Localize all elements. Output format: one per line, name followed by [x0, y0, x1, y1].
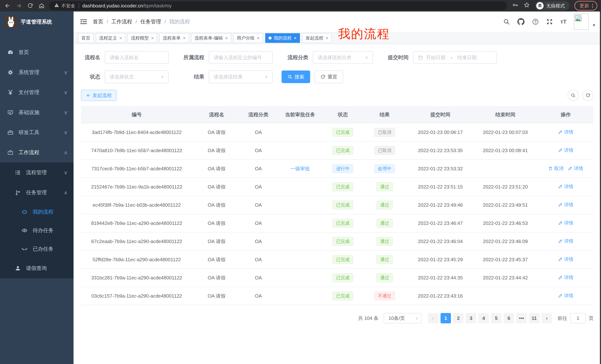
close-icon[interactable]: × [119, 36, 122, 40]
page-button-4[interactable]: 4 [478, 313, 489, 323]
sidebar-item-系统管理[interactable]: 系统管理∨ [0, 62, 74, 82]
app-logo-avatar [5, 16, 17, 28]
font-size-icon[interactable]: ᴛT [560, 19, 566, 25]
refresh-button[interactable] [582, 90, 594, 101]
cancel-link[interactable]: 取消 [548, 165, 563, 172]
bookmark-star-icon[interactable] [523, 2, 530, 10]
cell-end-time [473, 287, 538, 305]
cell-current-task [276, 232, 324, 250]
tab-发起流程[interactable]: 发起流程× [302, 33, 332, 43]
sidebar-item-任务管理[interactable]: 任务管理∧ [0, 182, 74, 203]
forward-icon[interactable] [16, 3, 22, 9]
result-badge: 通过 [376, 255, 393, 264]
sidebar-item-请假查询[interactable]: 请假查询 [0, 258, 74, 278]
result-select[interactable]: 请选择流结果∨ [209, 70, 273, 83]
sidebar-item-支付管理[interactable]: 支付管理∨ [0, 82, 74, 102]
tab-流程表单[interactable]: 流程表单× [159, 33, 189, 43]
pencil-icon [558, 275, 562, 280]
detail-link[interactable]: 详情 [558, 147, 573, 153]
process-definition-input[interactable]: 请输入流程定义的编号 [209, 51, 273, 64]
tab-用户分组[interactable]: 用户分组× [233, 33, 263, 43]
sidebar-item-研发工具[interactable]: 研发工具∨ [0, 123, 74, 143]
reload-icon[interactable] [28, 3, 33, 9]
page-button-1[interactable]: 1 [441, 313, 451, 323]
github-icon[interactable] [517, 18, 525, 25]
close-icon[interactable]: × [151, 36, 154, 40]
close-icon[interactable]: × [326, 36, 328, 40]
detail-link[interactable]: 详情 [568, 165, 583, 172]
breadcrumb-current: 我的流程 [169, 18, 190, 25]
close-icon[interactable]: × [294, 36, 297, 40]
search-icon[interactable] [503, 18, 510, 25]
cell-result: 通过 [361, 269, 408, 287]
update-button[interactable]: 更新 [574, 1, 597, 10]
collapse-menu-icon[interactable] [80, 19, 87, 25]
detail-link[interactable]: 详情 [558, 129, 573, 135]
tab-首页[interactable]: 首页 [78, 33, 94, 43]
tab-流程定义[interactable]: 流程定义× [96, 33, 125, 43]
page-button-6[interactable]: 6 [504, 313, 514, 323]
page-button-5[interactable]: 5 [491, 313, 501, 323]
status-select[interactable]: 请选择状态∨ [105, 70, 169, 83]
search-button[interactable]: 搜索 [281, 70, 310, 83]
home-icon[interactable] [39, 3, 45, 9]
cell-category: OA [241, 269, 276, 287]
tab-流程模型[interactable]: 流程模型× [128, 33, 157, 43]
show-search-button[interactable] [568, 90, 579, 101]
detail-link[interactable]: 详情 [558, 183, 573, 190]
detail-link[interactable]: 详情 [558, 256, 573, 262]
sidebar-item-基础设施[interactable]: 基础设施∨ [0, 102, 74, 123]
tab-我的流程[interactable]: 我的流程× [265, 33, 300, 43]
category-select[interactable]: 请选择流程分类∨ [313, 51, 373, 64]
page-button-3[interactable]: 3 [466, 313, 476, 323]
key-icon[interactable] [512, 2, 518, 10]
page-button-2[interactable]: 2 [453, 313, 464, 323]
sidebar-item-流程管理[interactable]: 流程管理∨ [0, 163, 74, 182]
breadcrumb-task[interactable]: 任务管理 [140, 18, 161, 25]
detail-link[interactable]: 详情 [558, 220, 573, 226]
sidebar-item-工作流程[interactable]: 工作流程∧ [0, 143, 74, 163]
next-page-button[interactable]: › [541, 313, 552, 323]
reset-button[interactable]: 重置 [315, 70, 343, 83]
security-label[interactable]: 不安全 [61, 3, 75, 9]
detail-link[interactable]: 详情 [558, 238, 573, 244]
pencil-icon [558, 148, 562, 153]
close-icon[interactable]: × [225, 36, 228, 40]
chevron-down-icon[interactable]: ▼ [592, 23, 596, 28]
detail-link[interactable]: 详情 [558, 293, 573, 299]
breadcrumb-workflow[interactable]: 工作流程 [111, 18, 132, 25]
trash-icon [548, 166, 553, 171]
cell-submit-time: 2022-01-22 23:43:16 [408, 287, 473, 305]
close-icon[interactable]: × [183, 36, 186, 40]
help-icon[interactable] [532, 18, 539, 25]
more-pages-button[interactable]: ••• [516, 313, 527, 323]
sidebar-item-我的流程[interactable]: 我的流程 [0, 203, 74, 221]
tab-流程表单-编辑[interactable]: 流程表单-编辑× [191, 33, 231, 43]
detail-link[interactable]: 详情 [558, 274, 573, 280]
goto-page-input[interactable]: 1 [570, 313, 586, 323]
page-size-select[interactable]: 10条/页∨ [384, 313, 421, 323]
prev-page-button[interactable]: ‹ [428, 313, 438, 323]
sidebar-item-已办任务[interactable]: 已办任务 [0, 240, 74, 258]
breadcrumb-home[interactable]: 首页 [93, 18, 103, 25]
current-task-link[interactable]: 一级审批 [290, 166, 310, 172]
page-button-11[interactable]: 11 [529, 313, 539, 323]
user-avatar[interactable]: ▼ [574, 14, 596, 30]
sidebar-item-首页[interactable]: 首页 [0, 42, 74, 62]
url-bar[interactable]: 不安全 dashboard.yudao.iocoder.cn/bpm/task/… [49, 1, 507, 10]
back-icon[interactable] [4, 3, 10, 9]
tab-label: 流程模型 [131, 35, 149, 41]
close-icon[interactable]: × [257, 36, 260, 40]
cell-status: 已完成 [324, 178, 361, 196]
browser-menu-icon[interactable] [592, 3, 593, 9]
detail-link[interactable]: 详情 [558, 202, 573, 208]
status-badge: 已完成 [332, 182, 353, 191]
create-process-button[interactable]: 发起流程 [81, 90, 117, 101]
cell-category: OA [241, 250, 276, 269]
submit-time-range-picker[interactable]: 开始日期 - 结束日期 [413, 51, 497, 64]
pencil-icon [558, 257, 562, 262]
process-name-input[interactable]: 请输入流程名 [105, 51, 169, 64]
cell-current-task [276, 287, 324, 305]
sidebar-item-待办任务[interactable]: 待办任务 [0, 221, 74, 240]
fullscreen-icon[interactable] [546, 18, 553, 25]
